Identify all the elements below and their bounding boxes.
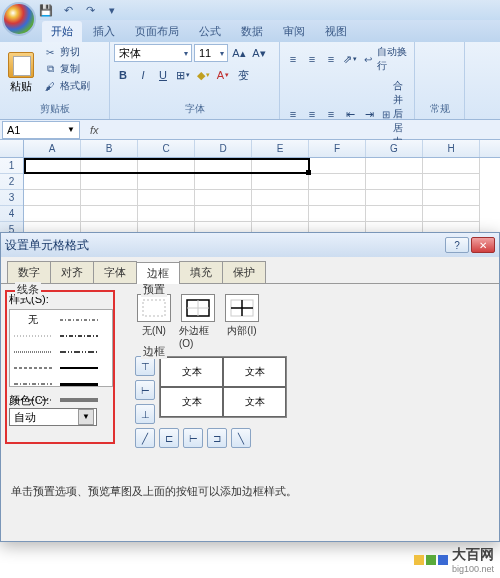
orientation-button[interactable]: ⇗ xyxy=(341,50,359,68)
col-header-d[interactable]: D xyxy=(195,140,252,157)
border-diag2-button[interactable]: ╲ xyxy=(231,428,251,448)
tab-formula[interactable]: 公式 xyxy=(190,21,230,42)
line-style-8[interactable] xyxy=(14,378,52,390)
format-painter-button[interactable]: 🖌格式刷 xyxy=(40,78,93,94)
col-header-c[interactable]: C xyxy=(138,140,195,157)
col-header-b[interactable]: B xyxy=(81,140,138,157)
line-style-2[interactable] xyxy=(14,330,52,342)
underline-button[interactable]: U xyxy=(154,66,172,84)
cut-button[interactable]: ✂剪切 xyxy=(40,44,93,60)
dtab-align[interactable]: 对齐 xyxy=(50,261,94,283)
row-header-4[interactable]: 4 xyxy=(0,206,23,222)
tab-data[interactable]: 数据 xyxy=(232,21,272,42)
align-center-button[interactable]: ≡ xyxy=(303,105,321,123)
dialog-help-button[interactable]: ? xyxy=(445,237,469,253)
preset-section-label: 预置 xyxy=(141,282,167,297)
watermark: 大百网 big100.net xyxy=(414,546,494,574)
line-style-11[interactable] xyxy=(60,394,98,406)
copy-button[interactable]: ⧉复制 xyxy=(40,61,93,77)
italic-button[interactable]: I xyxy=(134,66,152,84)
clipboard-group-label: 剪贴板 xyxy=(4,101,105,117)
indent-inc-button[interactable]: ⇥ xyxy=(360,105,378,123)
tab-review[interactable]: 审阅 xyxy=(274,21,314,42)
line-style-5[interactable] xyxy=(60,346,98,358)
border-top-button[interactable]: ⊤ xyxy=(135,356,155,376)
line-style-3[interactable] xyxy=(60,330,98,342)
save-button[interactable]: 💾 xyxy=(36,1,56,19)
dtab-font[interactable]: 字体 xyxy=(93,261,137,283)
preset-outline-button[interactable]: 外边框(O) xyxy=(179,294,217,349)
paste-button[interactable]: 粘贴 xyxy=(4,44,38,101)
dialog-tabs: 数字 对齐 字体 边框 填充 保护 xyxy=(1,257,499,284)
border-hmid-button[interactable]: ⊢ xyxy=(135,380,155,400)
shrink-font-button[interactable]: A▾ xyxy=(250,44,268,62)
phonetic-button[interactable]: 变 xyxy=(234,66,252,84)
dtab-number[interactable]: 数字 xyxy=(7,261,51,283)
tab-insert[interactable]: 插入 xyxy=(84,21,124,42)
dtab-border[interactable]: 边框 xyxy=(136,262,180,284)
preview-cell: 文本 xyxy=(160,357,223,387)
col-header-h[interactable]: H xyxy=(423,140,480,157)
font-color-button[interactable]: A xyxy=(214,66,232,84)
align-top-button[interactable]: ≡ xyxy=(284,50,302,68)
cells-area[interactable] xyxy=(24,158,500,238)
watermark-logo xyxy=(414,555,448,565)
scissors-icon: ✂ xyxy=(43,45,57,59)
font-size-combo[interactable]: 11 xyxy=(194,44,228,62)
indent-dec-button[interactable]: ⇤ xyxy=(341,105,359,123)
border-button[interactable]: ⊞ xyxy=(174,66,192,84)
line-style-6[interactable] xyxy=(14,362,52,374)
border-bottom-button[interactable]: ⊥ xyxy=(135,404,155,424)
dialog-close-button[interactable]: ✕ xyxy=(471,237,495,253)
grow-font-button[interactable]: A▴ xyxy=(230,44,248,62)
font-name-combo[interactable]: 宋体 xyxy=(114,44,192,62)
qat-customize[interactable]: ▾ xyxy=(102,1,122,19)
line-style-7[interactable] xyxy=(60,362,98,374)
tab-layout[interactable]: 页面布局 xyxy=(126,21,188,42)
align-middle-button[interactable]: ≡ xyxy=(303,50,321,68)
tab-home[interactable]: 开始 xyxy=(42,21,82,42)
dialog-titlebar[interactable]: 设置单元格格式 ? ✕ xyxy=(1,233,499,257)
align-right-button[interactable]: ≡ xyxy=(322,105,340,123)
preset-inside-button[interactable]: 内部(I) xyxy=(223,294,261,349)
border-right-button[interactable]: ⊐ xyxy=(207,428,227,448)
dialog-body: 线条 样式(S): 无 颜色(C): 自动 预置 xyxy=(1,284,499,536)
watermark-brand: 大百网 xyxy=(452,546,494,564)
col-header-a[interactable]: A xyxy=(24,140,81,157)
dtab-fill[interactable]: 填充 xyxy=(179,261,223,283)
tab-view[interactable]: 视图 xyxy=(316,21,356,42)
wrap-text-button[interactable]: ↩自动换行 xyxy=(360,44,410,74)
line-style-1[interactable] xyxy=(60,314,98,326)
preview-cell: 文本 xyxy=(223,387,286,417)
format-cells-dialog: 设置单元格格式 ? ✕ 数字 对齐 字体 边框 填充 保护 线条 样式(S): … xyxy=(0,232,500,542)
line-style-9[interactable] xyxy=(60,378,98,390)
col-header-f[interactable]: F xyxy=(309,140,366,157)
redo-button[interactable]: ↷ xyxy=(80,1,100,19)
border-vmid-button[interactable]: ⊢ xyxy=(183,428,203,448)
name-box[interactable]: A1▼ xyxy=(2,121,80,139)
select-all-corner[interactable] xyxy=(0,140,24,157)
line-color-combo[interactable]: 自动 xyxy=(9,408,97,426)
office-button[interactable] xyxy=(2,2,36,36)
undo-button[interactable]: ↶ xyxy=(58,1,78,19)
row-header-1[interactable]: 1 xyxy=(0,158,23,174)
preset-none-button[interactable]: 无(N) xyxy=(135,294,173,349)
line-style-none[interactable]: 无 xyxy=(14,314,52,326)
border-diag1-button[interactable]: ╱ xyxy=(135,428,155,448)
dtab-protect[interactable]: 保护 xyxy=(222,261,266,283)
ribbon: 粘贴 ✂剪切 ⧉复制 🖌格式刷 剪贴板 宋体 11 A▴ A▾ B I U ⊞ xyxy=(0,42,500,120)
fill-color-button[interactable]: ◆ xyxy=(194,66,212,84)
row-header-3[interactable]: 3 xyxy=(0,190,23,206)
col-header-e[interactable]: E xyxy=(252,140,309,157)
align-left-button[interactable]: ≡ xyxy=(284,105,302,123)
border-preview[interactable]: 文本 文本 文本 文本 xyxy=(159,356,287,418)
align-bottom-button[interactable]: ≡ xyxy=(322,50,340,68)
col-header-g[interactable]: G xyxy=(366,140,423,157)
row-header-2[interactable]: 2 xyxy=(0,174,23,190)
line-style-4[interactable] xyxy=(14,346,52,358)
line-style-list[interactable]: 无 xyxy=(9,309,113,387)
border-left-button[interactable]: ⊏ xyxy=(159,428,179,448)
brush-icon: 🖌 xyxy=(43,79,57,93)
fx-icon[interactable]: fx xyxy=(90,124,99,136)
bold-button[interactable]: B xyxy=(114,66,132,84)
